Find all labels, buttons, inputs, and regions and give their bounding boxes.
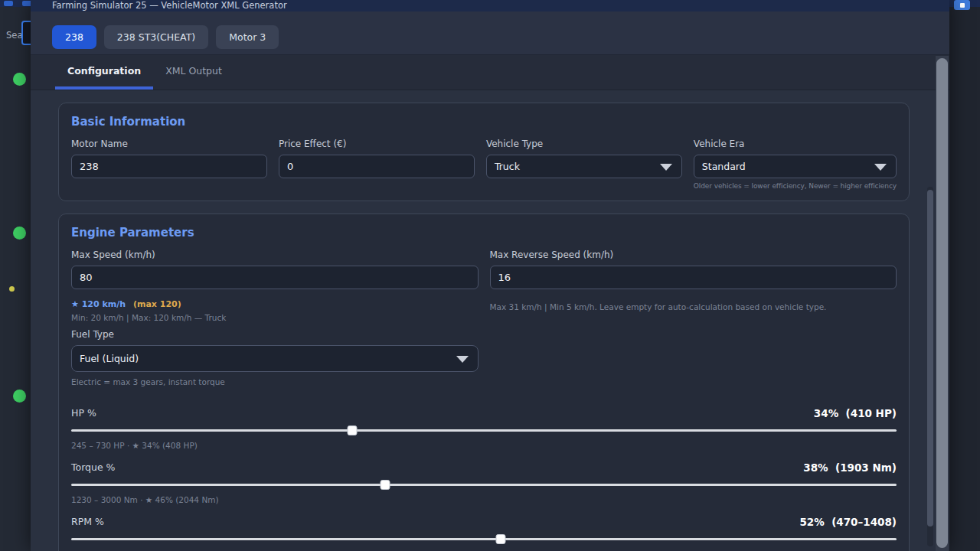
- motor-tab-motor-3[interactable]: Motor 3: [216, 25, 279, 49]
- status-indicator-icon: [13, 227, 26, 240]
- fuel-type-field: Fuel Type Fuel (Liquid) Electric = max 3…: [71, 329, 897, 387]
- price-effect-input[interactable]: [279, 155, 475, 178]
- max-reverse-speed-field: Max Reverse Speed (km/h) Max 31 km/h | M…: [490, 249, 897, 323]
- slider-track-line: [71, 484, 897, 486]
- tab-configuration[interactable]: Configuration: [55, 55, 153, 90]
- vehicle-type-select[interactable]: Truck: [486, 155, 682, 178]
- window-title: Farming Simulator 25 — VehicleMotor XML …: [31, 0, 949, 11]
- vehicle-type-field: Vehicle Type Truck: [486, 139, 682, 190]
- warning-indicator-icon: [9, 286, 15, 292]
- torque-slider: Torque % 38% (1903 Nm) 1230 – 3000 Nm · …: [71, 461, 897, 504]
- vehicle-type-label: Vehicle Type: [486, 139, 682, 149]
- status-indicator-icon: [13, 73, 26, 86]
- hp-slider: HP % 34% (410 HP) 245 – 730 HP · ★ 34% (…: [71, 406, 897, 450]
- rpm-slider-head: RPM % 52% (470–1408): [71, 515, 897, 528]
- motor-tab-238-st3-cheat[interactable]: 238 ST3(CHEAT): [104, 25, 208, 49]
- content-scrollbar-thumb[interactable]: [927, 190, 933, 527]
- tab-xml-output[interactable]: XML Output: [153, 55, 234, 90]
- hp-slider-label: HP %: [71, 407, 96, 419]
- engine-parameters-heading: Engine Parameters: [71, 226, 897, 240]
- engine-sliders: HP % 34% (410 HP) 245 – 730 HP · ★ 34% (…: [71, 406, 897, 551]
- chevron-down-icon: [874, 164, 887, 171]
- torque-slider-thumb[interactable]: [380, 480, 390, 490]
- motor-name-label: Motor Name: [71, 139, 267, 149]
- status-indicator-icon: [13, 390, 26, 403]
- fuel-type-value: Fuel (Liquid): [80, 353, 139, 364]
- engine-parameters-card: Engine Parameters Max Speed (km/h) ★ 120…: [58, 214, 910, 551]
- motor-name-input[interactable]: [71, 155, 267, 178]
- torque-slider-value: 38% (1903 Nm): [803, 461, 897, 474]
- price-effect-field: Price Effect (€): [279, 139, 475, 190]
- background-app-button[interactable]: [954, 0, 970, 10]
- hp-slider-head: HP % 34% (410 HP): [71, 406, 897, 419]
- fuel-type-helper: Electric = max 3 gears, instant torque: [71, 377, 897, 387]
- content-scrollbar[interactable]: [927, 187, 933, 546]
- vehiclemotor-dialog: Farming Simulator 25 — VehicleMotor XML …: [31, 0, 949, 551]
- hp-slider-thumb[interactable]: [347, 425, 357, 435]
- vehicle-era-select[interactable]: Standard: [694, 155, 897, 178]
- dialog-titlebar: Farming Simulator 25 — VehicleMotor XML …: [31, 0, 949, 11]
- max-reverse-speed-helper: Max 31 km/h | Min 5 km/h. Leave empty fo…: [490, 302, 897, 312]
- basic-info-fields: Motor Name Price Effect (€) Vehicle Type…: [71, 139, 897, 190]
- speed-fields: Max Speed (km/h) ★ 120 km/h (max 120) Mi…: [71, 249, 897, 323]
- rpm-slider-track[interactable]: [71, 534, 897, 545]
- chevron-down-icon: [660, 164, 672, 171]
- rpm-slider-value: 52% (470–1408): [799, 516, 897, 528]
- fuel-type-select[interactable]: Fuel (Liquid): [71, 345, 479, 372]
- torque-slider-track[interactable]: [71, 480, 897, 491]
- hp-slider-track[interactable]: [71, 425, 897, 436]
- max-speed-star-value: ★ 120 km/h: [71, 299, 126, 309]
- motor-tabs-bar: 238 238 ST3(CHEAT) Motor 3: [31, 11, 949, 55]
- hp-slider-helper: 245 – 730 HP · ★ 34% (408 HP): [71, 441, 897, 450]
- vehicle-era-field: Vehicle Era Standard Older vehicles = lo…: [694, 139, 897, 190]
- background-app-icon: [960, 3, 965, 8]
- max-speed-field: Max Speed (km/h) ★ 120 km/h (max 120) Mi…: [71, 249, 479, 323]
- basic-information-card: Basic Information Motor Name Price Effec…: [58, 103, 910, 201]
- rpm-slider: RPM % 52% (470–1408) 550 – 2200 RPM · ★ …: [71, 515, 897, 551]
- basic-information-heading: Basic Information: [71, 115, 897, 129]
- max-speed-recommended: ★ 120 km/h (max 120): [71, 299, 479, 309]
- modal-scrollbar-thumb[interactable]: [936, 58, 948, 548]
- max-reverse-speed-label: Max Reverse Speed (km/h): [490, 249, 897, 260]
- rpm-slider-label: RPM %: [71, 516, 104, 527]
- background-sidebar: Search: [0, 7, 31, 551]
- max-reverse-speed-input[interactable]: [490, 266, 897, 289]
- rpm-slider-thumb[interactable]: [495, 534, 505, 544]
- vehicle-type-value: Truck: [495, 161, 520, 172]
- hp-slider-value: 34% (410 HP): [814, 407, 897, 419]
- slider-track-line: [71, 429, 897, 432]
- motor-name-field: Motor Name: [71, 139, 267, 190]
- background-panel: [949, 7, 980, 551]
- torque-slider-head: Torque % 38% (1903 Nm): [71, 461, 897, 474]
- slider-track-line: [71, 538, 897, 540]
- motor-tab-238[interactable]: 238: [52, 25, 96, 49]
- max-speed-label: Max Speed (km/h): [71, 249, 479, 260]
- vehicle-era-helper: Older vehicles = lower efficiency, Newer…: [694, 182, 897, 190]
- torque-slider-label: Torque %: [71, 461, 115, 473]
- background-button-fragment: [4, 1, 13, 6]
- price-effect-label: Price Effect (€): [279, 139, 475, 149]
- max-speed-input[interactable]: [71, 266, 479, 289]
- vehicle-era-label: Vehicle Era: [694, 139, 897, 149]
- vehicle-era-value: Standard: [702, 161, 746, 172]
- configuration-panel: Basic Information Motor Name Price Effec…: [31, 90, 949, 551]
- modal-scrollbar[interactable]: [936, 56, 949, 551]
- fuel-type-label: Fuel Type: [71, 329, 897, 340]
- view-tabs-bar: Configuration XML Output: [31, 55, 949, 90]
- max-speed-helper: Min: 20 km/h | Max: 120 km/h — Truck: [71, 312, 479, 323]
- max-speed-star-max: (max 120): [133, 299, 181, 309]
- chevron-down-icon: [456, 356, 469, 363]
- torque-slider-helper: 1230 – 3000 Nm · ★ 46% (2044 Nm): [71, 495, 897, 504]
